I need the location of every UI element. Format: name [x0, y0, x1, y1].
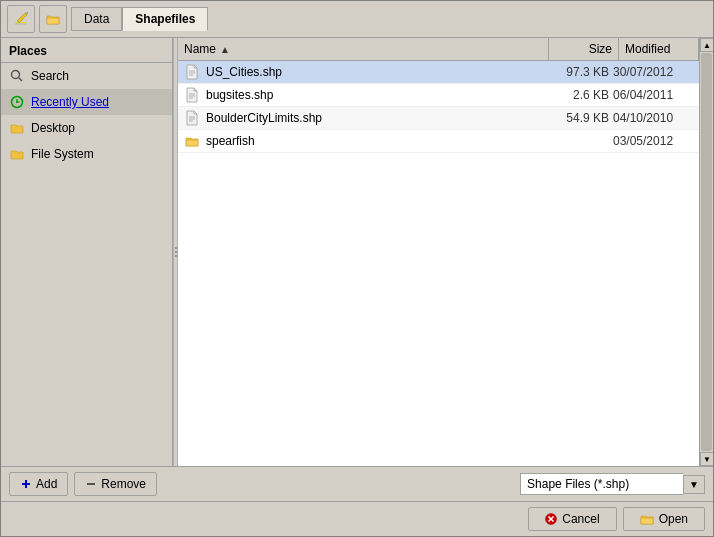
toolbar: Data Shapefiles [1, 1, 713, 38]
sidebar-label-file-system: File System [31, 147, 94, 161]
scroll-up-button[interactable]: ▲ [700, 38, 713, 52]
svg-marker-1 [17, 13, 27, 23]
tab-group: Data Shapefiles [71, 7, 208, 31]
action-bar: Cancel Open [1, 501, 713, 536]
file-modified: 30/07/2012 [613, 65, 693, 79]
table-row[interactable]: spearfish 03/05/2012 [178, 130, 699, 153]
filter-dropdown-arrow[interactable]: ▼ [683, 475, 705, 494]
recently-used-icon [9, 94, 25, 110]
sidebar: Places Search [1, 38, 173, 466]
search-icon [9, 68, 25, 84]
filter-input[interactable] [520, 473, 683, 495]
svg-rect-3 [15, 23, 27, 25]
sidebar-item-file-system[interactable]: File System [1, 141, 172, 167]
add-icon [20, 478, 32, 490]
cancel-button[interactable]: Cancel [528, 507, 616, 531]
open-label: Open [659, 512, 688, 526]
file-icon [184, 87, 200, 103]
svg-point-7 [16, 101, 18, 103]
add-button[interactable]: Add [9, 472, 68, 496]
folder-button[interactable] [39, 5, 67, 33]
desktop-folder-icon [9, 120, 25, 136]
scrollbar[interactable]: ▲ ▼ [699, 38, 713, 466]
sort-arrow-icon: ▲ [220, 44, 230, 55]
file-name: BoulderCityLimits.shp [206, 111, 543, 125]
file-size: 97.3 KB [543, 65, 613, 79]
remove-button[interactable]: Remove [74, 472, 157, 496]
file-list-panel: Name ▲ Size Modified [178, 38, 699, 466]
bottom-bar: Add Remove ▼ [1, 466, 713, 501]
sidebar-header: Places [1, 38, 172, 63]
main-window: Data Shapefiles Places Search [0, 0, 714, 537]
table-row[interactable]: US_Cities.shp 97.3 KB 30/07/2012 [178, 61, 699, 84]
file-name: US_Cities.shp [206, 65, 543, 79]
sidebar-label-search: Search [31, 69, 69, 83]
svg-line-5 [19, 78, 23, 82]
tab-shapefiles[interactable]: Shapefiles [122, 7, 208, 31]
cancel-icon [545, 513, 557, 525]
open-icon [640, 513, 654, 525]
file-name: bugsites.shp [206, 88, 543, 102]
scroll-down-button[interactable]: ▼ [700, 452, 713, 466]
file-modified: 04/10/2010 [613, 111, 693, 125]
col-header-modified[interactable]: Modified [619, 38, 699, 60]
folder-icon [184, 133, 200, 149]
svg-point-4 [12, 71, 20, 79]
filter-dropdown: ▼ [520, 473, 705, 495]
sidebar-label-recently-used: Recently Used [31, 95, 109, 109]
file-name: spearfish [206, 134, 543, 148]
file-size: 2.6 KB [543, 88, 613, 102]
sidebar-item-search[interactable]: Search [1, 63, 172, 89]
add-label: Add [36, 477, 57, 491]
col-header-size[interactable]: Size [549, 38, 619, 60]
file-size: 54.9 KB [543, 111, 613, 125]
edit-button[interactable] [7, 5, 35, 33]
tab-data[interactable]: Data [71, 7, 122, 31]
remove-icon [85, 478, 97, 490]
remove-label: Remove [101, 477, 146, 491]
table-row[interactable]: bugsites.shp 2.6 KB 06/04/2011 [178, 84, 699, 107]
sidebar-item-recently-used[interactable]: Recently Used [1, 89, 172, 115]
col-header-name[interactable]: Name ▲ [178, 38, 549, 60]
file-list: US_Cities.shp 97.3 KB 30/07/2012 [178, 61, 699, 466]
sidebar-label-desktop: Desktop [31, 121, 75, 135]
file-modified: 03/05/2012 [613, 134, 693, 148]
scrollbar-thumb[interactable] [701, 53, 712, 451]
file-list-header: Name ▲ Size Modified [178, 38, 699, 61]
content-area: Places Search [1, 38, 713, 466]
file-icon [184, 110, 200, 126]
file-modified: 06/04/2011 [613, 88, 693, 102]
table-row[interactable]: BoulderCityLimits.shp 54.9 KB 04/10/2010 [178, 107, 699, 130]
cancel-label: Cancel [562, 512, 599, 526]
file-icon [184, 64, 200, 80]
filesystem-folder-icon [9, 146, 25, 162]
open-button[interactable]: Open [623, 507, 705, 531]
sidebar-item-desktop[interactable]: Desktop [1, 115, 172, 141]
